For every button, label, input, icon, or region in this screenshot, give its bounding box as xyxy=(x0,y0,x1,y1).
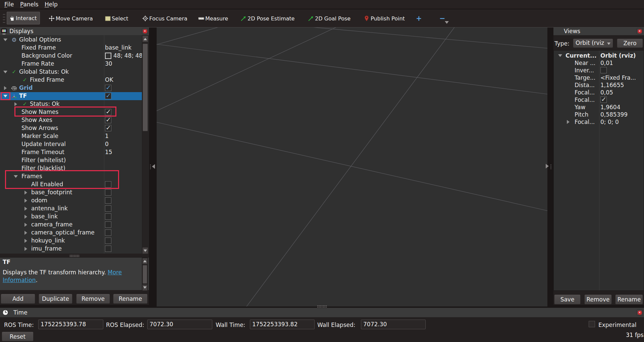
toolbar-drag-handle[interactable] xyxy=(3,13,5,24)
expand-arrow-icon[interactable] xyxy=(3,95,7,97)
row-value[interactable]: 0 xyxy=(105,141,109,147)
collapse-arrow-icon[interactable] xyxy=(24,223,27,227)
row-checkbox[interactable] xyxy=(105,205,111,212)
description-splitter-handle[interactable] xyxy=(69,255,79,257)
row-value[interactable]: 48; 48; 48 xyxy=(113,52,142,59)
row-checkbox[interactable] xyxy=(105,197,111,204)
ros-time-field[interactable]: 1752253393.78 xyxy=(38,320,103,329)
row-checkbox[interactable] xyxy=(105,246,111,252)
row-checkbox[interactable] xyxy=(105,221,111,228)
experimental-checkbox[interactable] xyxy=(589,321,595,327)
displays-row-marker-scale[interactable]: Marker Scale1 xyxy=(0,132,142,140)
views-row-focal-[interactable]: Focal...✓ xyxy=(554,96,644,104)
row-value[interactable]: 0,05 xyxy=(600,89,613,96)
save-view-button[interactable]: Save xyxy=(554,294,581,304)
views-row-dista-[interactable]: Dista...1,16655 xyxy=(554,81,644,89)
add-display-button[interactable]: Add xyxy=(1,294,35,304)
remove-tool-button[interactable]: − xyxy=(439,12,445,25)
displays-tree-scrollbar[interactable] xyxy=(142,35,149,254)
right-splitter-collapse-icon[interactable] xyxy=(546,164,549,168)
row-value[interactable]: OK xyxy=(105,76,113,83)
duplicate-display-button[interactable]: Duplicate xyxy=(39,294,72,304)
expand-arrow-icon[interactable] xyxy=(558,54,562,57)
row-checkbox[interactable] xyxy=(600,67,607,73)
tool-measure[interactable]: Measure xyxy=(198,12,228,25)
row-checkbox[interactable] xyxy=(105,181,111,188)
collapse-arrow-icon[interactable] xyxy=(24,247,27,251)
row-value[interactable]: 0; 0; 0 xyxy=(600,119,619,125)
displays-row-fixed-frame[interactable]: Fixed Framebase_link xyxy=(0,44,142,52)
collapse-arrow-icon[interactable] xyxy=(4,86,7,90)
views-row-yaw[interactable]: Yaw1,9604 xyxy=(554,104,644,111)
displays-close-button[interactable]: ✕ xyxy=(142,28,148,34)
displays-row-frame-rate[interactable]: Frame Rate30 xyxy=(0,60,142,68)
displays-row-background-color[interactable]: Background Color48; 48; 48 xyxy=(0,52,142,60)
reset-button[interactable]: Reset xyxy=(2,332,34,341)
displays-row-base-footprint[interactable]: base_footprint xyxy=(0,189,142,197)
row-value[interactable]: <Fixed Fra... xyxy=(600,74,636,81)
displays-row-frame-timeout[interactable]: Frame Timeout15 xyxy=(0,148,142,156)
collapse-arrow-icon[interactable] xyxy=(24,207,27,211)
displays-row-fixed-frame[interactable]: ✓Fixed FrameOK xyxy=(0,76,142,84)
row-checkbox[interactable] xyxy=(105,213,111,220)
displays-row-update-interval[interactable]: Update Interval0 xyxy=(0,140,142,148)
views-type-dropdown[interactable]: Orbit (rviz xyxy=(573,39,613,48)
row-checkbox[interactable]: ✓ xyxy=(105,93,111,99)
ros-elapsed-field[interactable]: 7072.30 xyxy=(147,320,212,329)
row-checkbox[interactable] xyxy=(105,229,111,236)
collapse-arrow-icon[interactable] xyxy=(24,199,27,203)
displays-row-filter-whitelist-[interactable]: Filter (whitelist) xyxy=(0,156,142,164)
displays-row-status-ok[interactable]: ✓Status: Ok xyxy=(0,100,142,108)
displays-row-show-arrows[interactable]: Show Arrows✓ xyxy=(0,124,142,132)
tool-interact[interactable]: Interact xyxy=(7,12,40,24)
displays-row-show-axes[interactable]: Show Axes✓ xyxy=(0,116,142,124)
remove-display-button[interactable]: Remove xyxy=(76,294,110,304)
time-close-button[interactable]: ✕ xyxy=(637,310,643,316)
displays-row-all-enabled[interactable]: All Enabled xyxy=(0,181,142,189)
zero-button[interactable]: Zero xyxy=(617,39,643,48)
row-checkbox[interactable]: ✓ xyxy=(105,125,111,131)
row-checkbox[interactable]: ✓ xyxy=(105,117,111,123)
row-value[interactable]: 30 xyxy=(105,60,112,67)
description-scrollbar[interactable] xyxy=(142,258,148,290)
displays-row-filter-blacklist-[interactable]: Filter (blacklist) xyxy=(0,164,142,173)
tool-publish-point[interactable]: Publish Point xyxy=(364,12,405,25)
remove-view-button[interactable]: Remove xyxy=(584,294,612,304)
displays-row-antenna-link[interactable]: antenna_link xyxy=(0,205,142,213)
wall-time-field[interactable]: 1752253393.82 xyxy=(250,320,315,329)
collapse-arrow-icon[interactable] xyxy=(567,120,570,124)
views-row-near-[interactable]: Near ...0,01 xyxy=(554,59,644,67)
row-checkbox[interactable] xyxy=(105,189,111,196)
row-checkbox[interactable] xyxy=(105,237,111,244)
add-tool-button[interactable]: + xyxy=(416,12,422,25)
views-row-focal-[interactable]: Focal...0; 0; 0 xyxy=(554,118,644,126)
scrollbar-thumb[interactable] xyxy=(143,44,148,131)
right-splitter-grip[interactable] xyxy=(550,164,552,169)
displays-row-odom[interactable]: odom xyxy=(0,197,142,205)
expand-arrow-icon[interactable] xyxy=(14,175,18,178)
row-value[interactable]: 1,16655 xyxy=(600,82,624,88)
tool-select[interactable]: Select xyxy=(105,12,128,25)
scroll-down-button[interactable] xyxy=(142,247,148,254)
scroll-down-button[interactable] xyxy=(142,284,148,291)
expand-arrow-icon[interactable] xyxy=(3,71,7,73)
displays-row-grid[interactable]: Grid✓ xyxy=(0,84,142,92)
views-row-current-[interactable]: Current...Orbit (rviz) xyxy=(554,52,644,59)
scroll-up-button[interactable] xyxy=(142,36,148,42)
displays-row-frames[interactable]: Frames xyxy=(0,173,142,181)
row-checkbox[interactable]: ✓ xyxy=(600,96,607,103)
displays-row-tf[interactable]: TF✓ xyxy=(0,92,142,100)
collapse-arrow-icon[interactable] xyxy=(24,191,27,195)
displays-row-base-link[interactable]: base_link xyxy=(0,213,142,221)
collapse-arrow-icon[interactable] xyxy=(14,102,17,106)
row-value[interactable]: 0,01 xyxy=(600,60,613,66)
views-row-inver-[interactable]: Inver... xyxy=(554,67,644,74)
row-value[interactable]: 15 xyxy=(105,149,112,155)
tool-move-camera[interactable]: Move Camera xyxy=(49,12,93,25)
scroll-up-button[interactable] xyxy=(142,258,148,264)
toolbar-overflow-chevron-icon[interactable] xyxy=(445,21,449,24)
displays-row-global-status-ok[interactable]: ✓Global Status: Ok xyxy=(0,68,142,76)
views-row-targe-[interactable]: Targe...<Fixed Fra... xyxy=(554,74,644,81)
rename-display-button[interactable]: Rename xyxy=(113,294,148,304)
row-value[interactable]: 1,9604 xyxy=(600,104,620,111)
